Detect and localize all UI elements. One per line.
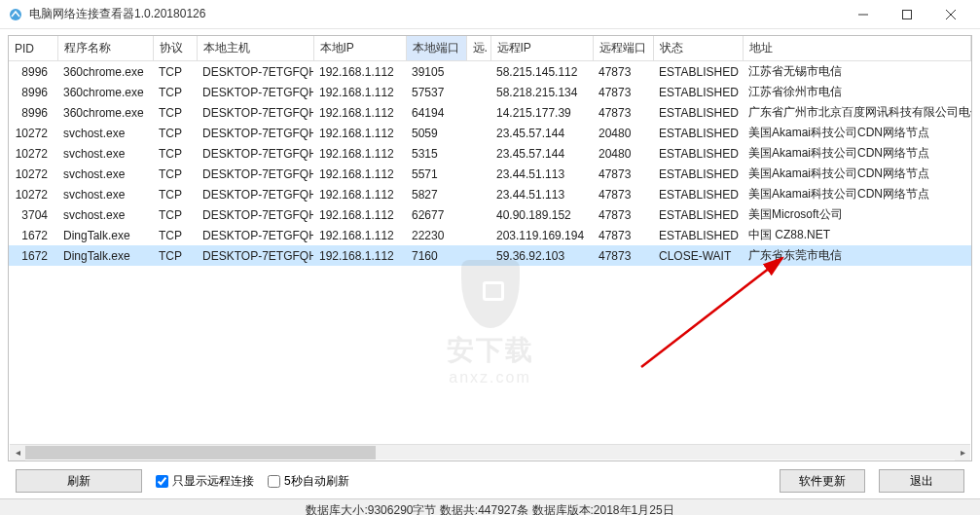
cell-pid: 8996 — [9, 61, 57, 83]
table-row[interactable]: 8996360chrome.exeTCPDESKTOP-7ETGFQH192.1… — [9, 82, 971, 102]
cell-proto: TCP — [153, 204, 197, 225]
minimize-button[interactable] — [841, 0, 885, 29]
cell-host: DESKTOP-7ETGFQH — [197, 123, 313, 143]
app-icon — [8, 7, 23, 22]
cell-rport: 47873 — [593, 61, 653, 83]
window-title: 电脑网络连接查看器1.0.20180126 — [29, 6, 841, 22]
shield-icon — [461, 260, 520, 328]
col-header-remote-ip[interactable]: 远程IP — [490, 36, 593, 61]
cell-rip: 203.119.169.194 — [490, 225, 593, 245]
cell-lip: 192.168.1.112 — [313, 164, 406, 184]
status-bar: 数据库大小:9306290字节 数据共:447927条 数据库版本:2018年1… — [0, 498, 980, 515]
auto-refresh-checkbox[interactable]: 5秒自动刷新 — [268, 473, 349, 490]
watermark-url: anxz.com — [447, 369, 534, 386]
cell-addr: 美国Akamai科技公司CDN网络节点 — [743, 143, 971, 164]
col-header-pid[interactable]: PID — [9, 36, 57, 61]
cell-state: CLOSE-WAIT — [653, 245, 743, 266]
cell-addr: 美国Microsoft公司 — [743, 204, 971, 225]
col-header-protocol[interactable]: 协议 — [153, 36, 197, 61]
cell-lip: 192.168.1.112 — [313, 61, 406, 83]
cell-lport: 5827 — [406, 184, 466, 204]
cell-remote — [466, 61, 490, 83]
cell-host: DESKTOP-7ETGFQH — [197, 164, 313, 184]
cell-lip: 192.168.1.112 — [313, 123, 406, 143]
cell-proto: TCP — [153, 225, 197, 245]
cell-host: DESKTOP-7ETGFQH — [197, 82, 313, 102]
cell-prog: 360chrome.exe — [57, 61, 153, 83]
only-remote-checkbox-input[interactable] — [156, 475, 168, 488]
table-row[interactable]: 10272svchost.exeTCPDESKTOP-7ETGFQH192.16… — [9, 143, 971, 164]
cell-rip: 59.36.92.103 — [490, 245, 593, 266]
cell-addr: 广东省东莞市电信 — [743, 245, 971, 266]
col-header-local-port[interactable]: 本地端口 — [406, 36, 466, 61]
cell-lport: 64194 — [406, 102, 466, 123]
connections-table: PID 程序名称 协议 本地主机 本地IP 本地端口 远. 远程IP 远程端口 … — [9, 36, 971, 266]
cell-proto: TCP — [153, 184, 197, 204]
maximize-button[interactable] — [885, 0, 928, 29]
col-header-state[interactable]: 状态 — [653, 36, 743, 61]
cell-rport: 47873 — [593, 164, 653, 184]
cell-remote — [466, 102, 490, 123]
cell-addr: 美国Akamai科技公司CDN网络节点 — [743, 164, 971, 184]
cell-state: ESTABLISHED — [653, 61, 743, 83]
cell-rport: 20480 — [593, 143, 653, 164]
table-row[interactable]: 10272svchost.exeTCPDESKTOP-7ETGFQH192.16… — [9, 164, 971, 184]
cell-lip: 192.168.1.112 — [313, 245, 406, 266]
cell-lport: 57537 — [406, 82, 466, 102]
cell-rport: 47873 — [593, 204, 653, 225]
close-button[interactable] — [928, 0, 972, 29]
scroll-right-button[interactable]: ▸ — [955, 445, 970, 460]
cell-remote — [466, 143, 490, 164]
table-row[interactable]: 1672DingTalk.exeTCPDESKTOP-7ETGFQH192.16… — [9, 225, 971, 245]
software-update-button[interactable]: 软件更新 — [780, 469, 865, 493]
connections-table-container: PID 程序名称 协议 本地主机 本地IP 本地端口 远. 远程IP 远程端口 … — [8, 35, 972, 461]
scroll-left-button[interactable]: ◂ — [10, 445, 25, 460]
cell-host: DESKTOP-7ETGFQH — [197, 204, 313, 225]
cell-remote — [466, 225, 490, 245]
cell-rip: 23.44.51.113 — [490, 164, 593, 184]
table-row[interactable]: 3704svchost.exeTCPDESKTOP-7ETGFQH192.168… — [9, 204, 971, 225]
cell-proto: TCP — [153, 143, 197, 164]
only-remote-checkbox[interactable]: 只显示远程连接 — [156, 473, 254, 490]
cell-addr: 中国 CZ88.NET — [743, 225, 971, 245]
cell-lip: 192.168.1.112 — [313, 225, 406, 245]
cell-pid: 3704 — [9, 204, 57, 225]
cell-proto: TCP — [153, 164, 197, 184]
cell-rport: 47873 — [593, 82, 653, 102]
exit-button[interactable]: 退出 — [879, 469, 964, 493]
cell-remote — [466, 164, 490, 184]
table-header-row: PID 程序名称 协议 本地主机 本地IP 本地端口 远. 远程IP 远程端口 … — [9, 36, 971, 61]
cell-lport: 39105 — [406, 61, 466, 83]
cell-pid: 1672 — [9, 245, 57, 266]
cell-host: DESKTOP-7ETGFQH — [197, 102, 313, 123]
cell-lip: 192.168.1.112 — [313, 102, 406, 123]
col-header-address[interactable]: 地址 — [743, 36, 971, 61]
table-row[interactable]: 8996360chrome.exeTCPDESKTOP-7ETGFQH192.1… — [9, 61, 971, 83]
cell-host: DESKTOP-7ETGFQH — [197, 61, 313, 83]
table-row[interactable]: 1672DingTalk.exeTCPDESKTOP-7ETGFQH192.16… — [9, 245, 971, 266]
cell-pid: 10272 — [9, 164, 57, 184]
refresh-button[interactable]: 刷新 — [16, 469, 142, 493]
table-row[interactable]: 10272svchost.exeTCPDESKTOP-7ETGFQH192.16… — [9, 184, 971, 204]
cell-rip: 40.90.189.152 — [490, 204, 593, 225]
horizontal-scrollbar[interactable]: ◂ ▸ — [10, 444, 970, 460]
cell-prog: 360chrome.exe — [57, 102, 153, 123]
cell-pid: 10272 — [9, 143, 57, 164]
table-row[interactable]: 8996360chrome.exeTCPDESKTOP-7ETGFQH192.1… — [9, 102, 971, 123]
auto-refresh-checkbox-input[interactable] — [268, 475, 280, 488]
col-header-local-ip[interactable]: 本地IP — [313, 36, 406, 61]
col-header-program[interactable]: 程序名称 — [57, 36, 153, 61]
cell-lport: 62677 — [406, 204, 466, 225]
col-header-remote[interactable]: 远. — [466, 36, 490, 61]
scroll-thumb[interactable] — [25, 446, 376, 460]
col-header-local-host[interactable]: 本地主机 — [197, 36, 313, 61]
cell-host: DESKTOP-7ETGFQH — [197, 225, 313, 245]
cell-prog: 360chrome.exe — [57, 82, 153, 102]
cell-lport: 22230 — [406, 225, 466, 245]
cell-host: DESKTOP-7ETGFQH — [197, 245, 313, 266]
table-row[interactable]: 10272svchost.exeTCPDESKTOP-7ETGFQH192.16… — [9, 123, 971, 143]
col-header-remote-port[interactable]: 远程端口 — [593, 36, 653, 61]
cell-lport: 5059 — [406, 123, 466, 143]
cell-lip: 192.168.1.112 — [313, 82, 406, 102]
cell-rip: 58.218.215.134 — [490, 82, 593, 102]
